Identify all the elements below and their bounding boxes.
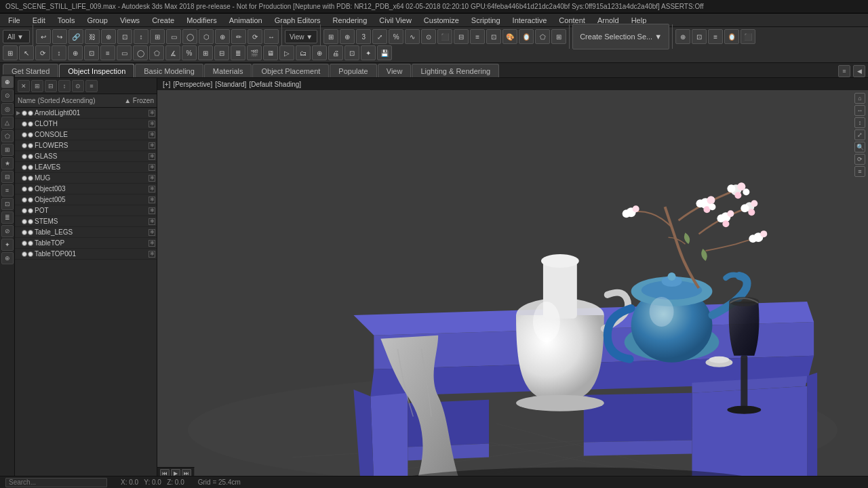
scene-item-object005[interactable]: Object005❄ xyxy=(15,195,157,205)
freeze-icon-2[interactable]: ❄ xyxy=(149,131,155,138)
toolbar-btn-6[interactable]: ↕ xyxy=(134,29,149,44)
scene-item-leaves[interactable]: LEAVES❄ xyxy=(15,162,157,173)
toolbar-btn-r1-5[interactable]: ∿ xyxy=(405,29,420,44)
toolbar-btn-r1-13[interactable]: ⬠ xyxy=(535,29,550,44)
visibility-dot-4[interactable] xyxy=(22,154,27,159)
toolbar2-btn-0[interactable]: ⊞ xyxy=(3,45,18,60)
toolbar2-btn-12[interactable]: ⊞ xyxy=(198,45,213,60)
scene-item-mug[interactable]: MUG❄ xyxy=(15,173,157,184)
toolbar-btn-r1-4[interactable]: % xyxy=(389,29,403,44)
toolbar2-btn-22[interactable]: ✦ xyxy=(361,45,376,60)
toolbar-btn-12[interactable]: ✏ xyxy=(231,29,246,44)
visibility-dot-7[interactable] xyxy=(22,186,27,192)
create-selection-btn[interactable]: Create Selection Se... ▼ xyxy=(572,24,669,49)
menu-item-file[interactable]: File xyxy=(3,15,26,26)
visibility-dot-8[interactable] xyxy=(22,197,27,203)
toolbar2-btn-4[interactable]: ⊕ xyxy=(68,45,83,60)
toolbar2-btn-2[interactable]: ⟳ xyxy=(35,45,50,60)
side-icon-5[interactable]: ⊞ xyxy=(1,144,14,156)
side-icon-6[interactable]: ★ xyxy=(1,157,14,169)
render-dot-3[interactable] xyxy=(28,143,33,148)
tab-menu-icon[interactable]: ≡ xyxy=(838,65,850,77)
toolbar-btn-13[interactable]: ⟳ xyxy=(248,29,262,44)
toolbar-btn-2[interactable]: 🔗 xyxy=(68,29,83,44)
menu-item-customize[interactable]: Customize xyxy=(418,15,465,26)
freeze-icon-6[interactable]: ❄ xyxy=(149,175,155,182)
scene-item-cloth[interactable]: CLOTH❄ xyxy=(15,119,157,129)
side-icon-10[interactable]: ≣ xyxy=(1,211,14,224)
viewport-nav-btn-3[interactable]: ⤢ xyxy=(854,129,865,140)
render-dot-12[interactable] xyxy=(28,241,33,246)
side-icon-1[interactable]: ⊙ xyxy=(1,89,14,102)
toolbar-btn-r1-0[interactable]: ⊞ xyxy=(323,29,338,44)
scene-filter-btn[interactable]: ⊙ xyxy=(72,80,84,92)
visibility-dot-6[interactable] xyxy=(22,176,27,181)
toolbar2-btn-3[interactable]: ↕ xyxy=(52,45,66,60)
render-dot-9[interactable] xyxy=(28,208,33,214)
freeze-icon-12[interactable]: ❄ xyxy=(149,240,155,247)
toolbar2-btn-9[interactable]: ⬠ xyxy=(149,45,164,60)
viewport-label-0[interactable]: [+] xyxy=(163,81,170,88)
view-dropdown[interactable]: View ▼ xyxy=(285,30,317,43)
render-dot-4[interactable] xyxy=(28,154,33,159)
toolbar2-btn-14[interactable]: ≣ xyxy=(231,45,245,60)
scene-collapse-btn[interactable]: ⊟ xyxy=(45,80,57,92)
toolbar-btn-r1-10[interactable]: ⊡ xyxy=(486,29,501,44)
viewport-nav-btn-5[interactable]: ⟳ xyxy=(854,154,865,165)
render-dot-0[interactable] xyxy=(28,110,33,116)
toolbar2-btn-16[interactable]: 🖥 xyxy=(263,45,278,60)
visibility-dot-10[interactable] xyxy=(22,219,27,224)
visibility-dot-3[interactable] xyxy=(22,143,27,148)
scene-item-stems[interactable]: STEMS❄ xyxy=(15,216,157,227)
scene-sort-btn[interactable]: ↕ xyxy=(58,80,71,92)
toolbar-btn-8[interactable]: ▭ xyxy=(166,29,181,44)
viewport-label-2[interactable]: [Standard] xyxy=(215,81,246,88)
viewport-nav-btn-1[interactable]: ↔ xyxy=(854,105,865,116)
toolbar2-btn-17[interactable]: ▷ xyxy=(279,45,294,60)
toolbar2-btn-8[interactable]: ◯ xyxy=(133,45,148,60)
side-icon-3[interactable]: △ xyxy=(1,117,14,129)
menu-item-graph editors[interactable]: Graph Editors xyxy=(269,15,326,26)
menu-item-views[interactable]: Views xyxy=(115,15,145,26)
render-dot-7[interactable] xyxy=(28,186,33,192)
status-search-input[interactable] xyxy=(5,478,107,487)
menu-item-scripting[interactable]: Scripting xyxy=(466,15,506,26)
viewport-label-1[interactable]: [Perspective] xyxy=(173,81,212,88)
tab-view[interactable]: View xyxy=(378,64,412,77)
viewport-label-3[interactable]: [Default Shading] xyxy=(249,81,301,88)
freeze-icon-9[interactable]: ❄ xyxy=(149,207,155,214)
visibility-dot-13[interactable] xyxy=(22,251,27,257)
toolbar-btn-1[interactable]: ↪ xyxy=(52,29,67,44)
side-icon-8[interactable]: ≡ xyxy=(1,184,14,197)
tab-materials[interactable]: Materials xyxy=(204,64,252,77)
toolbar-btn-r1-1[interactable]: ⊕ xyxy=(340,29,355,44)
toolbar-btn-3[interactable]: ⛓ xyxy=(85,29,100,44)
freeze-icon-5[interactable]: ❄ xyxy=(149,164,155,171)
toolbar-btn-r1b-3[interactable]: 🪞 xyxy=(724,29,739,44)
side-icon-4[interactable]: ⬠ xyxy=(1,130,14,142)
render-dot-2[interactable] xyxy=(28,132,33,138)
side-icon-0[interactable]: ⊕ xyxy=(1,76,14,88)
viewport-nav-btn-0[interactable]: ⌂ xyxy=(854,93,865,104)
toolbar-btn-r1-2[interactable]: 3 xyxy=(356,29,371,44)
side-icon-2[interactable]: ◎ xyxy=(1,103,14,115)
freeze-icon-8[interactable]: ❄ xyxy=(149,197,155,203)
toolbar-btn-r1-12[interactable]: 🪞 xyxy=(519,29,534,44)
freeze-icon-0[interactable]: ❄ xyxy=(149,110,155,117)
menu-item-group[interactable]: Group xyxy=(81,15,113,26)
toolbar-btn-r1b-2[interactable]: ≡ xyxy=(708,29,723,44)
scene-item-tabletop[interactable]: TableTOP❄ xyxy=(15,238,157,249)
tab-object-inspection[interactable]: Object Inspection xyxy=(59,64,134,77)
side-icon-7[interactable]: ⊟ xyxy=(1,171,14,183)
freeze-icon-1[interactable]: ❄ xyxy=(149,121,155,127)
toolbar-btn-r1-9[interactable]: ≡ xyxy=(470,29,485,44)
toolbar2-btn-1[interactable]: ↖ xyxy=(19,45,34,60)
scene-item-tabletop001[interactable]: TableTOP001❄ xyxy=(15,249,157,260)
scene-item-glass[interactable]: GLASS❄ xyxy=(15,151,157,162)
render-dot-6[interactable] xyxy=(28,176,33,181)
visibility-dot-5[interactable] xyxy=(22,165,27,170)
tab-collapse-icon[interactable]: ◀ xyxy=(853,65,865,77)
scene-options-btn[interactable]: ⊞ xyxy=(31,80,43,92)
toolbar2-btn-23[interactable]: 💾 xyxy=(377,45,392,60)
menu-item-create[interactable]: Create xyxy=(146,15,180,26)
